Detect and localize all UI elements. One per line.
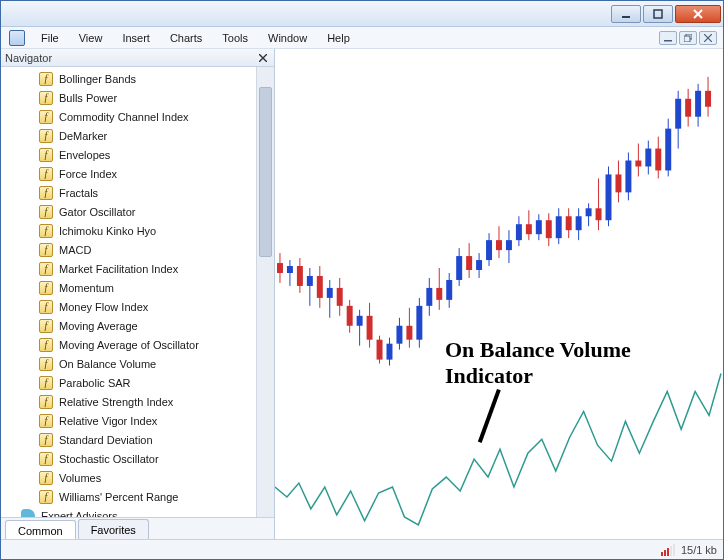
indicator-icon: f [39, 243, 53, 257]
indicator-item[interactable]: fParabolic SAR [39, 373, 256, 392]
navigator-scrollbar[interactable] [256, 67, 274, 517]
svg-rect-38 [436, 288, 442, 300]
indicator-label: Ichimoku Kinko Hyo [59, 225, 156, 237]
navigator-panel: Navigator fBollinger BandsfBulls PowerfC… [1, 49, 275, 539]
indicator-item[interactable]: fStochastic Oscillator [39, 449, 256, 468]
svg-rect-80 [645, 149, 651, 167]
mdi-minimize-button[interactable] [659, 31, 677, 45]
indicator-label: Bollinger Bands [59, 73, 136, 85]
svg-rect-14 [317, 276, 323, 298]
indicator-label: Money Flow Index [59, 301, 148, 313]
indicator-icon: f [39, 395, 53, 409]
indicator-item[interactable]: fWilliams' Percent Range [39, 487, 256, 506]
maximize-button[interactable] [643, 5, 673, 23]
indicator-label: Relative Strength Index [59, 396, 173, 408]
menu-tools[interactable]: Tools [212, 30, 258, 46]
indicator-icon: f [39, 357, 53, 371]
indicator-item[interactable]: fFractals [39, 183, 256, 202]
indicator-item[interactable]: fIchimoku Kinko Hyo [39, 221, 256, 240]
close-button[interactable] [675, 5, 721, 23]
indicator-item[interactable]: fMoney Flow Index [39, 297, 256, 316]
indicator-item[interactable]: fCommodity Channel Index [39, 107, 256, 126]
svg-rect-28 [386, 344, 392, 360]
indicator-item[interactable]: fMomentum [39, 278, 256, 297]
indicator-label: DeMarker [59, 130, 107, 142]
indicator-item[interactable]: fGator Oscillator [39, 202, 256, 221]
indicator-label: Moving Average of Oscillator [59, 339, 199, 351]
menu-view[interactable]: View [69, 30, 113, 46]
svg-rect-86 [675, 99, 681, 129]
svg-rect-40 [446, 280, 452, 300]
navigator-tree[interactable]: fBollinger BandsfBulls PowerfCommodity C… [1, 67, 256, 517]
svg-rect-58 [536, 220, 542, 234]
indicator-item[interactable]: fBulls Power [39, 88, 256, 107]
expert-advisors-label: Expert Advisors [41, 510, 117, 518]
svg-rect-12 [307, 276, 313, 286]
app-icon [9, 30, 25, 46]
indicator-item[interactable]: fBollinger Bands [39, 69, 256, 88]
menu-help[interactable]: Help [317, 30, 360, 46]
indicator-item[interactable]: fRelative Strength Index [39, 392, 256, 411]
annotation-line1: On Balance Volume [445, 337, 631, 363]
svg-rect-48 [486, 240, 492, 260]
menu-window[interactable]: Window [258, 30, 317, 46]
indicator-item[interactable]: fRelative Vigor Index [39, 411, 256, 430]
status-traffic: 15/1 kb [681, 544, 717, 556]
svg-rect-42 [456, 256, 462, 280]
indicator-item[interactable]: fStandard Deviation [39, 430, 256, 449]
indicator-label: Commodity Channel Index [59, 111, 189, 123]
navigator-tabs: Common Favorites [1, 517, 274, 539]
indicator-item[interactable]: fEnvelopes [39, 145, 256, 164]
svg-rect-34 [416, 306, 422, 340]
indicator-icon: f [39, 452, 53, 466]
minimize-icon [621, 9, 631, 19]
indicator-icon: f [39, 414, 53, 428]
indicator-item[interactable]: fVolumes [39, 468, 256, 487]
indicator-item[interactable]: fMoving Average of Oscillator [39, 335, 256, 354]
svg-rect-20 [347, 306, 353, 326]
svg-rect-64 [566, 216, 572, 230]
svg-rect-44 [466, 256, 472, 270]
indicator-item[interactable]: fOn Balance Volume [39, 354, 256, 373]
menu-charts[interactable]: Charts [160, 30, 212, 46]
annotation-line2: Indicator [445, 363, 631, 389]
close-icon [259, 54, 267, 62]
scrollbar-thumb[interactable] [259, 87, 272, 257]
indicator-item[interactable]: fDeMarker [39, 126, 256, 145]
indicator-icon: f [39, 262, 53, 276]
statusbar: 15/1 kb [1, 539, 723, 559]
indicator-item[interactable]: fMACD [39, 240, 256, 259]
svg-rect-56 [526, 224, 532, 234]
svg-rect-76 [625, 161, 631, 193]
menu-insert[interactable]: Insert [112, 30, 160, 46]
restore-icon [684, 34, 692, 42]
indicator-item[interactable]: fForce Index [39, 164, 256, 183]
svg-rect-84 [665, 129, 671, 171]
indicator-label: Gator Oscillator [59, 206, 135, 218]
tab-common[interactable]: Common [5, 520, 76, 539]
svg-rect-2 [664, 40, 672, 42]
chart-area[interactable]: On Balance Volume Indicator [275, 49, 723, 539]
app-window: File View Insert Charts Tools Window Hel… [0, 0, 724, 560]
indicator-icon: f [39, 205, 53, 219]
expert-advisors-item[interactable]: Expert Advisors [21, 506, 256, 517]
svg-rect-68 [586, 208, 592, 216]
mdi-close-button[interactable] [699, 31, 717, 45]
svg-rect-60 [546, 220, 552, 238]
maximize-icon [653, 9, 663, 19]
tab-favorites[interactable]: Favorites [78, 519, 149, 539]
minimize-button[interactable] [611, 5, 641, 23]
indicator-item[interactable]: fMoving Average [39, 316, 256, 335]
svg-rect-4 [684, 36, 690, 42]
indicator-label: Market Facilitation Index [59, 263, 178, 275]
menu-file[interactable]: File [31, 30, 69, 46]
indicator-label: Fractals [59, 187, 98, 199]
mdi-restore-button[interactable] [679, 31, 697, 45]
close-icon [692, 9, 704, 19]
titlebar [1, 1, 723, 27]
navigator-close-button[interactable] [256, 51, 270, 65]
indicator-icon: f [39, 72, 53, 86]
svg-rect-0 [622, 16, 630, 18]
indicator-icon: f [39, 167, 53, 181]
indicator-item[interactable]: fMarket Facilitation Index [39, 259, 256, 278]
